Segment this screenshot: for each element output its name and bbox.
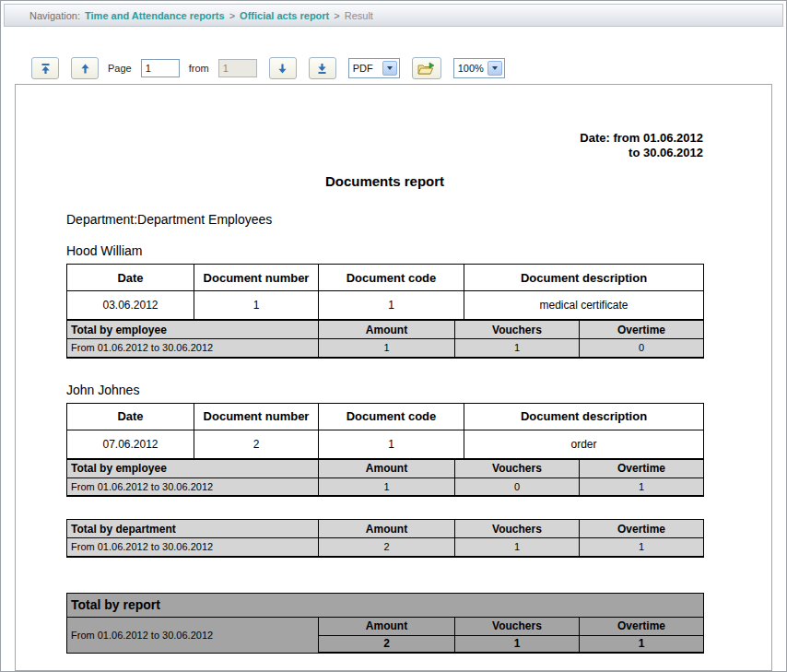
department-label: Department: bbox=[66, 212, 137, 227]
table-row: 03.06.2012 1 1 medical certificate bbox=[67, 291, 704, 320]
total-overtime: 1 bbox=[580, 635, 704, 653]
prev-page-icon bbox=[79, 63, 91, 75]
last-page-icon bbox=[316, 63, 328, 75]
breadcrumb-current: Result bbox=[345, 10, 373, 21]
total-header-overtime: Overtime bbox=[580, 520, 704, 538]
total-vouchers: 1 bbox=[455, 339, 580, 358]
breadcrumb-link-time-attendance-reports[interactable]: Time and Attendance reports bbox=[85, 10, 225, 21]
employee-total-label: Total by employee bbox=[67, 459, 319, 477]
table-row: From 01.06.2012 to 30.06.2012 2 1 1 bbox=[67, 538, 704, 557]
prev-page-button[interactable] bbox=[71, 57, 99, 79]
department-total-table: Total by department Amount Vouchers Over… bbox=[66, 519, 704, 558]
employee-total-label: Total by employee bbox=[67, 321, 319, 339]
employee-total-table: Total by employee Amount Vouchers Overti… bbox=[66, 320, 704, 359]
total-vouchers: 1 bbox=[455, 635, 580, 653]
from-label: from bbox=[189, 63, 209, 74]
employee-name: John Johnes bbox=[66, 383, 703, 397]
last-page-button[interactable] bbox=[309, 57, 336, 79]
total-overtime: 1 bbox=[580, 538, 704, 557]
table-row: From 01.06.2012 to 30.06.2012 1 0 1 bbox=[67, 477, 704, 496]
doc-cell-number: 2 bbox=[194, 430, 319, 458]
breadcrumb: Navigation: Time and Attendance reports … bbox=[4, 4, 783, 27]
breadcrumb-link-official-acts-report[interactable]: Official acts report bbox=[240, 10, 329, 21]
total-amount: 2 bbox=[319, 538, 455, 557]
total-period: From 01.06.2012 to 30.06.2012 bbox=[67, 339, 319, 358]
doc-header-number: Document number bbox=[194, 265, 319, 291]
table-header-row: Date Document number Document code Docum… bbox=[67, 403, 704, 430]
total-header-amount: Amount bbox=[319, 617, 455, 635]
department-line: Department:Department Employees bbox=[66, 212, 703, 227]
doc-header-code: Document code bbox=[319, 403, 464, 430]
breadcrumb-separator: > bbox=[229, 10, 235, 21]
total-header-amount: Amount bbox=[319, 520, 455, 538]
total-pages-input bbox=[218, 59, 257, 77]
table-row: Total by employee Amount Vouchers Overti… bbox=[67, 459, 704, 477]
doc-cell-date: 03.06.2012 bbox=[67, 291, 194, 320]
next-page-icon bbox=[276, 63, 288, 75]
doc-cell-description: medical certificate bbox=[464, 291, 704, 320]
doc-cell-code: 1 bbox=[319, 291, 464, 320]
breadcrumb-separator: > bbox=[334, 10, 339, 21]
report-date-line1: Date: from 01.06.2012 bbox=[66, 131, 703, 146]
table-row: Total by department Amount Vouchers Over… bbox=[67, 520, 704, 538]
report-viewer: Date: from 01.06.2012 to 30.06.2012 Docu… bbox=[15, 84, 772, 671]
total-header-amount: Amount bbox=[319, 321, 455, 339]
employee-total-table: Total by employee Amount Vouchers Overti… bbox=[66, 459, 704, 498]
total-amount: 2 bbox=[319, 635, 455, 653]
total-vouchers: 0 bbox=[455, 477, 580, 496]
page-input[interactable] bbox=[141, 59, 180, 77]
format-select[interactable]: PDF bbox=[348, 58, 400, 78]
chevron-down-icon bbox=[382, 61, 397, 76]
report-date-line2: to 30.06.2012 bbox=[66, 146, 703, 160]
total-amount: 1 bbox=[319, 477, 455, 496]
table-row: Total by employee Amount Vouchers Overti… bbox=[67, 321, 704, 339]
doc-cell-description: order bbox=[464, 430, 704, 458]
report-date-range: Date: from 01.06.2012 to 30.06.2012 bbox=[66, 131, 703, 160]
department-value: Department Employees bbox=[137, 212, 272, 227]
doc-cell-code: 1 bbox=[319, 430, 464, 458]
total-period: From 01.06.2012 to 30.06.2012 bbox=[67, 617, 319, 653]
toolbar: Page from PDF bbox=[1, 27, 786, 84]
export-button[interactable] bbox=[412, 57, 441, 79]
employee-name: Hood William bbox=[66, 243, 703, 258]
total-header-vouchers: Vouchers bbox=[455, 520, 580, 538]
first-page-button[interactable] bbox=[31, 57, 59, 79]
doc-header-description: Document description bbox=[464, 265, 704, 291]
doc-cell-number: 1 bbox=[194, 291, 319, 320]
total-header-overtime: Overtime bbox=[580, 617, 704, 635]
doc-header-number: Document number bbox=[194, 403, 319, 430]
total-header-amount: Amount bbox=[319, 459, 455, 477]
table-header-row: Date Document number Document code Docum… bbox=[67, 265, 704, 291]
doc-cell-date: 07.06.2012 bbox=[67, 430, 194, 458]
chevron-down-icon bbox=[487, 61, 502, 76]
total-header-vouchers: Vouchers bbox=[455, 321, 580, 339]
documents-table: Date Document number Document code Docum… bbox=[66, 264, 704, 320]
table-row: From 01.06.2012 to 30.06.2012 Amount Vou… bbox=[67, 617, 704, 635]
doc-header-description: Document description bbox=[464, 403, 704, 430]
table-row: 07.06.2012 2 1 order bbox=[67, 430, 704, 458]
department-total-label: Total by department bbox=[67, 520, 319, 538]
table-row: Total by report bbox=[67, 593, 704, 617]
report-title: Documents report bbox=[66, 173, 703, 189]
page-label: Page bbox=[108, 63, 132, 74]
report-body: Date: from 01.06.2012 to 30.06.2012 Docu… bbox=[66, 131, 703, 654]
doc-header-code: Document code bbox=[319, 265, 464, 291]
total-overtime: 0 bbox=[580, 339, 704, 358]
doc-header-date: Date bbox=[67, 403, 194, 430]
first-page-icon bbox=[40, 63, 52, 75]
report-total-label: Total by report bbox=[67, 593, 704, 617]
total-amount: 1 bbox=[319, 339, 455, 358]
page: Navigation: Time and Attendance reports … bbox=[0, 0, 787, 672]
zoom-select-value: 100% bbox=[454, 63, 487, 74]
total-period: From 01.06.2012 to 30.06.2012 bbox=[67, 477, 319, 496]
next-page-button[interactable] bbox=[269, 57, 297, 79]
total-header-overtime: Overtime bbox=[580, 459, 704, 477]
documents-table: Date Document number Document code Docum… bbox=[66, 403, 704, 459]
export-icon bbox=[417, 62, 435, 76]
total-overtime: 1 bbox=[580, 477, 704, 496]
format-select-value: PDF bbox=[349, 63, 382, 74]
table-row: From 01.06.2012 to 30.06.2012 1 1 0 bbox=[67, 339, 704, 358]
total-period: From 01.06.2012 to 30.06.2012 bbox=[67, 538, 319, 557]
total-header-overtime: Overtime bbox=[580, 321, 704, 339]
zoom-select[interactable]: 100% bbox=[453, 58, 505, 78]
